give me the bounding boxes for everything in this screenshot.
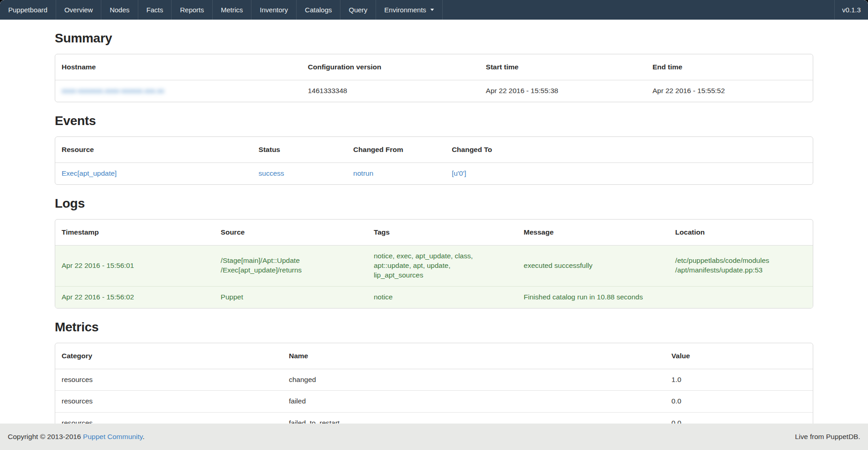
logs-table: Timestamp Source Tags Message Location A…: [55, 219, 813, 309]
logs-header-row: Timestamp Source Tags Message Location: [55, 220, 813, 246]
environments-dropdown[interactable]: Environments: [376, 0, 443, 20]
copyright-text: Copyright © 2013-2016: [8, 433, 83, 440]
events-col-changed-from: Changed From: [347, 137, 445, 163]
log-source: /Stage[main]/Apt::Update /Exec[apt_updat…: [214, 245, 367, 286]
end-time-value: Apr 22 2016 - 15:55:52: [646, 80, 813, 102]
metrics-col-category: Category: [55, 343, 282, 369]
metrics-section-title: Metrics: [55, 320, 813, 335]
logs-col-message: Message: [518, 220, 669, 246]
footer-live-status: Live from PuppetDB.: [795, 433, 860, 441]
summary-row: xxxx-xxxxxxx.xxxx-xxxxxx.xxx.xx 14613333…: [55, 80, 813, 102]
nav-item-nodes[interactable]: Nodes: [101, 0, 138, 20]
events-col-status: Status: [252, 137, 347, 163]
events-section-title: Events: [55, 114, 813, 128]
summary-col-end-time: End time: [646, 54, 813, 80]
events-table: Resource Status Changed From Changed To …: [55, 136, 813, 185]
nav-item-inventory[interactable]: Inventory: [251, 0, 297, 20]
metric-value: 0.0: [665, 391, 813, 413]
page-footer: Copyright © 2013-2016 Puppet Community. …: [0, 424, 868, 450]
logs-col-timestamp: Timestamp: [55, 220, 214, 246]
log-location: [669, 286, 813, 308]
metric-value: 1.0: [665, 369, 813, 391]
log-row: Apr 22 2016 - 15:56:01 /Stage[main]/Apt:…: [55, 245, 813, 286]
events-col-resource: Resource: [55, 137, 252, 163]
metric-category: resources: [55, 369, 282, 391]
logs-section-title: Logs: [55, 196, 813, 211]
summary-table: Hostname Configuration version Start tim…: [55, 54, 813, 102]
events-col-changed-to: Changed To: [445, 137, 813, 163]
hostname-link-redacted[interactable]: xxxx-xxxxxxx.xxxx-xxxxxx.xxx.xx: [62, 87, 164, 94]
top-navbar: Puppetboard Overview Nodes Facts Reports…: [0, 0, 868, 20]
nav-item-query[interactable]: Query: [340, 0, 376, 20]
metric-row: resources failed 0.0: [55, 391, 813, 413]
event-changed-to-link[interactable]: [u'0']: [452, 169, 466, 177]
log-timestamp: Apr 22 2016 - 15:56:01: [55, 245, 214, 286]
summary-col-config-version: Configuration version: [302, 54, 480, 80]
footer-copyright: Copyright © 2013-2016 Puppet Community.: [8, 433, 145, 441]
start-time-value: Apr 22 2016 - 15:55:38: [480, 80, 646, 102]
metric-row: resources changed 1.0: [55, 369, 813, 391]
log-location: /etc/puppetlabs/code/modules /apt/manife…: [669, 245, 813, 286]
event-resource-link[interactable]: Exec[apt_update]: [62, 169, 117, 177]
nav-item-facts[interactable]: Facts: [138, 0, 172, 20]
metric-name: failed: [282, 391, 665, 413]
puppet-community-link[interactable]: Puppet Community: [83, 433, 143, 440]
nav-item-metrics[interactable]: Metrics: [213, 0, 251, 20]
nav-item-reports[interactable]: Reports: [172, 0, 213, 20]
version-badge: v0.1.3: [834, 0, 868, 20]
copyright-period: .: [142, 433, 144, 440]
metric-name: changed: [282, 369, 665, 391]
metrics-col-name: Name: [282, 343, 665, 369]
environments-dropdown-label: Environments: [384, 6, 426, 14]
metrics-header-row: Category Name Value: [55, 343, 813, 369]
log-tags: notice: [367, 286, 518, 308]
logs-col-tags: Tags: [367, 220, 518, 246]
log-source: Puppet: [214, 286, 367, 308]
main-content: Summary Hostname Configuration version S…: [55, 31, 813, 448]
log-message: executed successfully: [518, 245, 669, 286]
event-status-link[interactable]: success: [259, 169, 284, 177]
event-changed-from-link[interactable]: notrun: [353, 169, 373, 177]
navbar-brand[interactable]: Puppetboard: [0, 0, 56, 20]
logs-col-location: Location: [669, 220, 813, 246]
log-row: Apr 22 2016 - 15:56:02 Puppet notice Fin…: [55, 286, 813, 308]
metrics-col-value: Value: [665, 343, 813, 369]
events-header-row: Resource Status Changed From Changed To: [55, 137, 813, 163]
event-row: Exec[apt_update] success notrun [u'0']: [55, 162, 813, 184]
config-version-value: 1461333348: [302, 80, 480, 102]
summary-section-title: Summary: [55, 31, 813, 46]
metric-category: resources: [55, 391, 282, 413]
log-tags: notice, exec, apt_update, class, apt::up…: [367, 245, 518, 286]
summary-header-row: Hostname Configuration version Start tim…: [55, 54, 813, 80]
nav-item-catalogs[interactable]: Catalogs: [297, 0, 340, 20]
log-message: Finished catalog run in 10.88 seconds: [518, 286, 669, 308]
summary-col-start-time: Start time: [480, 54, 646, 80]
summary-col-hostname: Hostname: [55, 54, 302, 80]
chevron-down-icon: [430, 9, 434, 11]
logs-col-source: Source: [214, 220, 367, 246]
log-timestamp: Apr 22 2016 - 15:56:02: [55, 286, 214, 308]
nav-item-overview[interactable]: Overview: [56, 0, 102, 20]
